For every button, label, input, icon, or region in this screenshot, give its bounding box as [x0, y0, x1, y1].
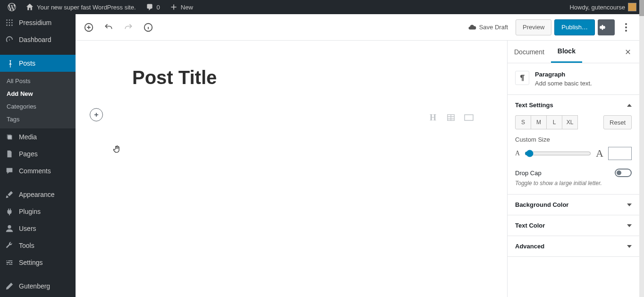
sidebar-item-host[interactable]: Pressidium	[0, 14, 76, 31]
scrollbar-thumb[interactable]	[639, 0, 644, 16]
sidebar-label: Tools	[19, 242, 34, 249]
tab-document[interactable]: Document	[508, 42, 551, 62]
comment-icon	[145, 3, 154, 11]
bg-color-header[interactable]: Background Color	[508, 195, 639, 215]
text-settings-header[interactable]: Text Settings	[508, 95, 639, 115]
sidebar-item-media[interactable]: Media	[0, 128, 76, 145]
sidebar-item-comments[interactable]: Comments	[0, 162, 76, 179]
tab-block[interactable]: Block	[551, 41, 582, 63]
size-xl[interactable]: XL	[562, 115, 578, 129]
editor-top-bar: Save Draft Preview Publish…	[76, 14, 639, 41]
sidebar-label: Pages	[19, 150, 38, 158]
redo-button[interactable]	[120, 19, 137, 36]
new-link[interactable]: New	[165, 0, 198, 14]
comments-link[interactable]: 0	[141, 0, 165, 14]
sidebar-label: Media	[19, 133, 37, 141]
more-options-button[interactable]	[618, 19, 635, 36]
site-name-link[interactable]: Your new super fast WordPress site.	[21, 0, 141, 14]
undo-button[interactable]	[100, 19, 117, 36]
block-settings-panel: Document Block Paragraph Add some basic …	[507, 41, 639, 297]
browser-scrollbar[interactable]	[639, 0, 644, 297]
sidebar-label: Settings	[19, 259, 43, 266]
posts-submenu: All Posts Add New Categories Tags	[0, 72, 76, 128]
size-m[interactable]: M	[531, 115, 547, 129]
sidebar-label: Pressidium	[19, 19, 51, 26]
my-account[interactable]: Howdy, gutencourse	[565, 0, 641, 14]
block-suggestions: H	[428, 112, 474, 123]
svg-point-7	[9, 25, 10, 26]
sub-tags[interactable]: Tags	[0, 113, 76, 126]
panel-title: Text Color	[515, 222, 545, 229]
inline-add-block-button[interactable]	[90, 108, 103, 121]
sub-all-posts[interactable]: All Posts	[0, 75, 76, 87]
howdy-text: Howdy, gutencourse	[569, 4, 625, 11]
wordpress-icon	[8, 3, 16, 11]
settings-toggle[interactable]	[598, 19, 615, 35]
dropcap-toggle[interactable]	[615, 169, 632, 177]
page-icon	[5, 149, 14, 159]
new-label: New	[181, 4, 193, 11]
admin-menu: Pressidium Dashboard Posts All Posts Add…	[0, 14, 76, 297]
pin-icon	[5, 59, 14, 68]
editor-body: Post Title H Document Block	[76, 41, 639, 297]
host-icon	[5, 18, 14, 27]
editor-toolbar-right: Save Draft Preview Publish…	[463, 19, 635, 36]
cover-block-icon[interactable]	[464, 112, 474, 123]
info-button[interactable]	[140, 19, 157, 36]
size-l[interactable]: L	[546, 115, 562, 129]
size-s[interactable]: S	[515, 115, 531, 129]
reset-size-button[interactable]: Reset	[603, 115, 632, 129]
sidebar-item-users[interactable]: Users	[0, 220, 76, 237]
sidebar-item-plugins[interactable]: Plugins	[0, 203, 76, 220]
sidebar-label: Appearance	[19, 191, 55, 198]
editor-toolbar-left	[80, 19, 157, 36]
preview-button[interactable]: Preview	[516, 19, 551, 35]
kebab-icon	[625, 23, 627, 32]
sub-add-new[interactable]: Add New	[0, 87, 76, 100]
font-size-slider[interactable]	[525, 150, 591, 157]
site-name: Your new super fast WordPress site.	[37, 4, 136, 11]
sidebar-item-appearance[interactable]: Appearance	[0, 186, 76, 203]
dropcap-help: Toggle to show a large initial letter.	[515, 180, 632, 187]
panel-title: Advanced	[515, 243, 544, 250]
sidebar-item-posts[interactable]: Posts	[0, 55, 76, 72]
text-color-header[interactable]: Text Color	[508, 215, 639, 236]
post-title[interactable]: Post Title	[132, 67, 450, 88]
custom-size-label: Custom Size	[515, 136, 632, 143]
svg-point-8	[11, 25, 13, 26]
sidebar-item-settings[interactable]: Settings	[0, 254, 76, 271]
heading-block-icon[interactable]: H	[428, 112, 438, 123]
save-draft-label: Save Draft	[479, 24, 508, 31]
avatar	[628, 3, 636, 11]
editor-canvas[interactable]: Post Title H	[76, 41, 507, 297]
sidebar-label: Dashboard	[19, 36, 51, 43]
sidebar-item-pages[interactable]: Pages	[0, 145, 76, 162]
svg-point-4	[9, 22, 10, 24]
chevron-up-icon	[627, 104, 632, 107]
save-draft-button[interactable]: Save Draft	[463, 23, 513, 32]
svg-point-6	[6, 25, 8, 26]
svg-point-2	[11, 19, 13, 21]
toggle-knob	[617, 170, 621, 175]
sidebar-item-tools[interactable]: Tools	[0, 237, 76, 254]
font-size-input[interactable]	[608, 147, 632, 160]
sidebar-item-dashboard[interactable]: Dashboard	[0, 31, 76, 48]
sidebar-label: Gutenberg	[19, 282, 50, 290]
publish-button[interactable]: Publish…	[554, 19, 595, 35]
dropcap-label: Drop Cap	[515, 170, 542, 177]
close-settings-button[interactable]	[622, 46, 634, 58]
dashboard-icon	[5, 35, 14, 44]
settings-tabs: Document Block	[508, 41, 639, 63]
sub-categories[interactable]: Categories	[0, 100, 76, 113]
add-block-button[interactable]	[80, 19, 97, 36]
empty-paragraph-block[interactable]	[132, 108, 450, 121]
custom-size-row: A A	[515, 147, 632, 160]
admin-bar: Your new super fast WordPress site. 0 Ne…	[0, 0, 644, 14]
wp-logo[interactable]	[3, 0, 21, 14]
block-info-panel: Paragraph Add some basic text.	[508, 63, 639, 95]
table-block-icon[interactable]	[446, 112, 456, 123]
sidebar-label: Plugins	[19, 208, 41, 215]
sidebar-item-gutenberg[interactable]: Gutenberg	[0, 278, 76, 295]
admin-bar-right: Howdy, gutencourse	[565, 0, 641, 14]
advanced-header[interactable]: Advanced	[508, 236, 639, 256]
